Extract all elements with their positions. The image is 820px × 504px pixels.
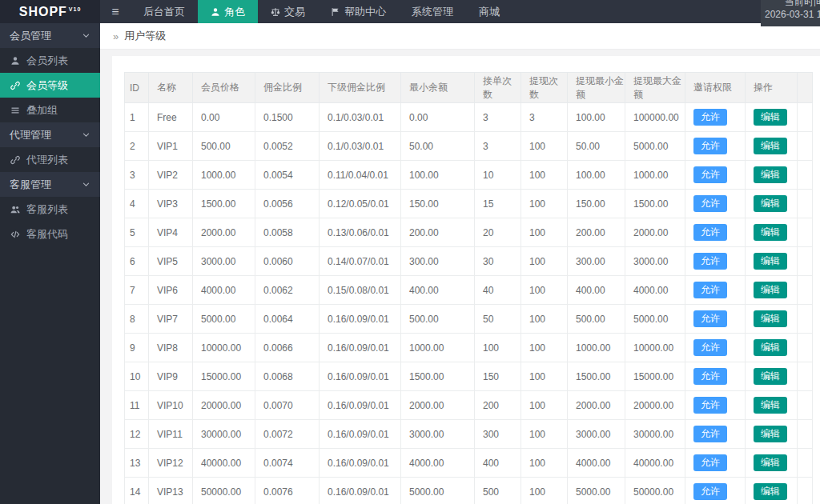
allow-button[interactable]: 允许 [693,253,727,270]
cell: 0.11/0.04/0.01 [320,161,401,190]
allow-button[interactable]: 允许 [693,195,727,212]
sidebar-item-2[interactable]: 会员列表 [0,48,100,73]
edit-button[interactable]: 编辑 [754,195,787,212]
topnav-item-3[interactable]: 交易 [258,0,318,23]
cell: VIP11 [149,420,193,449]
breadcrumb-marker: » [113,30,119,42]
actions-cell: 编辑 [746,218,798,247]
topnav-item-6[interactable]: 商城 [466,0,512,23]
link-icon [10,155,21,165]
cell: 300.00 [568,247,625,276]
edit-button[interactable]: 编辑 [754,282,787,298]
cell: 14 [125,478,149,504]
allow-button[interactable]: 允许 [693,339,727,356]
allow-button[interactable]: 允许 [693,397,727,414]
cell: 0.1500 [255,103,320,132]
cell: VIP7 [149,305,193,334]
cell: 3 [475,132,521,161]
edit-button[interactable]: 编辑 [754,138,787,154]
sidebar-group-7[interactable]: 客服管理 [0,172,100,197]
cell: 5000.00 [568,478,625,504]
invite-permission-cell: 允许 [685,103,746,132]
invite-permission-cell: 允许 [685,161,746,190]
allow-button[interactable]: 允许 [693,368,727,385]
cell: 0.15/0.08/0.01 [320,276,401,305]
invite-permission-cell: 允许 [685,276,746,305]
sidebar-group-5[interactable]: 代理管理 [0,122,100,147]
allow-button[interactable]: 允许 [693,426,727,442]
edit-button[interactable]: 编辑 [754,224,787,241]
cell: 0.1/0.03/0.01 [320,103,401,132]
edit-button[interactable]: 编辑 [754,109,787,126]
app-logo[interactable]: SHOPFV10 [0,0,100,23]
cell: 0.0068 [255,362,320,391]
chevron-down-icon [82,130,90,139]
cell: 0.13/0.06/0.01 [320,218,401,247]
topnav-item-2[interactable]: 角色 [198,0,258,23]
edit-button[interactable]: 编辑 [754,339,787,356]
topnav-item-5[interactable]: 系统管理 [399,0,466,23]
sidebar-item-9[interactable]: 客服代码 [0,222,100,246]
empty-cell [798,218,813,247]
clock-date: 2026-03-31 1 [761,8,820,21]
edit-button[interactable]: 编辑 [754,253,787,270]
cell: 100 [521,391,568,420]
table-row-9: 9VIP810000.000.00660.16/0.09/0.011000.00… [125,334,813,362]
cell: 4000.00 [193,276,255,305]
cell: 3000.00 [401,420,475,449]
cell: 4000.00 [625,276,685,305]
cell: 3 [521,103,568,132]
allow-button[interactable]: 允许 [693,109,727,126]
cell: 400.00 [401,276,475,305]
actions-cell: 编辑 [746,449,798,478]
cell: VIP5 [149,247,193,276]
cell: 3000.00 [193,247,255,276]
edit-button[interactable]: 编辑 [754,397,787,414]
cell: 100 [521,449,568,478]
invite-permission-cell: 允许 [685,218,746,247]
cell: 6 [125,247,149,276]
cell: 11 [125,391,149,420]
sidebar-item-3[interactable]: 会员等级 [0,73,100,98]
cell: 0.1/0.03/0.01 [320,132,401,161]
table-row-10: 10VIP915000.000.00680.16/0.09/0.011500.0… [125,362,813,391]
table-row-13: 13VIP1240000.000.00740.16/0.09/0.014000.… [125,449,813,478]
sidebar-group-1[interactable]: 会员管理 [0,23,100,48]
empty-cell [798,161,813,190]
chevron-down-icon [82,180,90,189]
allow-button[interactable]: 允许 [693,282,727,298]
edit-button[interactable]: 编辑 [754,310,787,327]
allow-button[interactable]: 允许 [693,310,727,327]
cell: 500.00 [568,305,625,334]
topnav-item-4[interactable]: 帮助中心 [318,0,399,23]
allow-button[interactable]: 允许 [693,224,727,241]
edit-button[interactable]: 编辑 [754,454,787,471]
cell: 50 [475,305,521,334]
sidebar-item-6[interactable]: 代理列表 [0,147,100,172]
actions-cell: 编辑 [746,190,798,218]
sidebar-item-8[interactable]: 客服列表 [0,197,100,222]
edit-button[interactable]: 编辑 [754,166,787,183]
topnav-item-1[interactable]: 后台首页 [131,0,198,23]
allow-button[interactable]: 允许 [693,166,727,183]
cell: VIP9 [149,362,193,391]
invite-permission-cell: 允许 [685,132,746,161]
sidebar-item-4[interactable]: 叠加组 [0,98,100,122]
cell: 100 [521,362,568,391]
allow-button[interactable]: 允许 [693,138,727,154]
cell: 0.0060 [255,247,320,276]
edit-button[interactable]: 编辑 [754,426,787,442]
cell: 100 [521,478,568,504]
cell: 200.00 [401,218,475,247]
sidebar-toggle-icon[interactable]: ≡ [100,0,131,23]
allow-button[interactable]: 允许 [693,483,727,500]
allow-button[interactable]: 允许 [693,454,727,471]
cell: 0.0052 [255,132,320,161]
cell: 500.00 [193,132,255,161]
invite-permission-cell: 允许 [685,391,746,420]
cell: 4 [125,190,149,218]
cell: 100.00 [568,161,625,190]
edit-button[interactable]: 编辑 [754,368,787,385]
table-card: ID名称会员价格佣金比例下级佣金比例最小余额接单次数提现次数提现最小金额提现最大… [112,56,820,504]
edit-button[interactable]: 编辑 [754,483,787,500]
